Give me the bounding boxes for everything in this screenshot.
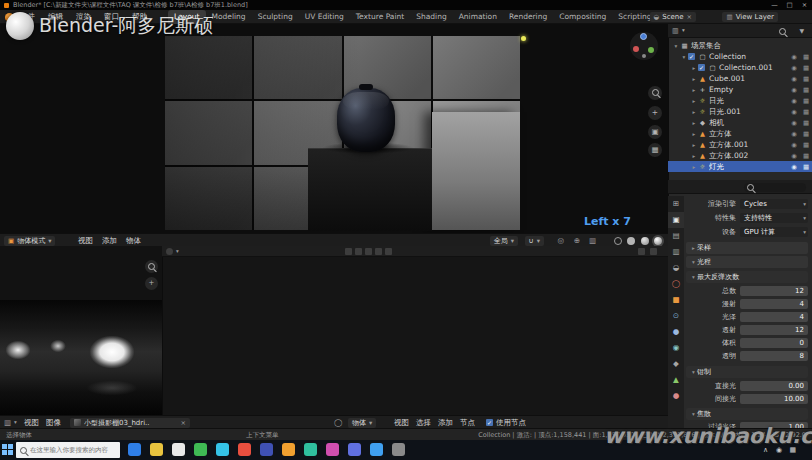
camera-toggle-icon[interactable]: ▦ (800, 53, 812, 61)
snap-magnet-icon[interactable]: ∪ ▾ (525, 236, 544, 246)
taskbar-app-icon[interactable] (304, 443, 317, 456)
pan-hand-icon[interactable]: + (648, 106, 662, 120)
disclosure-icon[interactable]: ▸ (690, 65, 698, 71)
disclosure-icon[interactable]: ▸ (690, 153, 698, 159)
transform-orientation-dropdown[interactable]: 全局 ▾ (490, 236, 518, 246)
camera-toggle-icon[interactable]: ▦ (800, 152, 812, 160)
tab-texture-paint[interactable]: Texture Paint (350, 10, 410, 24)
speaker-object[interactable] (337, 88, 395, 152)
taskbar-app-icon[interactable] (216, 443, 229, 456)
taskbar-app-icon[interactable] (392, 443, 405, 456)
tab-sculpting[interactable]: Sculpting (252, 10, 299, 24)
render-engine-dropdown[interactable]: Cycles▾ (740, 199, 808, 209)
glossy-bounces-field[interactable]: 4 (740, 312, 808, 322)
taskbar-app-icon[interactable] (260, 443, 273, 456)
taskbar-app-icon[interactable] (326, 443, 339, 456)
gizmo-y-axis-dot[interactable] (648, 47, 654, 53)
eye-icon[interactable]: ◉ (788, 163, 800, 171)
eye-icon[interactable]: ◉ (788, 86, 800, 94)
gizmo-x-axis-dot[interactable] (633, 46, 639, 52)
tab-scene-icon[interactable]: ◒ (668, 260, 684, 276)
disclosure-icon[interactable]: ▾ (690, 256, 697, 268)
header-icon[interactable] (345, 248, 352, 255)
device-dropdown[interactable]: GPU 计算▾ (740, 227, 808, 237)
checkbox-checked-icon[interactable]: ✓ (486, 419, 493, 426)
collection-checkbox[interactable]: ✓ (698, 64, 705, 71)
ortho-toggle-icon[interactable]: ▦ (648, 143, 662, 157)
mode-selector[interactable]: ▣ 物体模式 ▾ (4, 236, 55, 246)
tab-output-icon[interactable]: ▤ (668, 228, 684, 244)
tab-view-layer-icon[interactable]: ▥ (668, 244, 684, 260)
tab-shading[interactable]: Shading (410, 10, 452, 24)
camera-toggle-icon[interactable]: ▦ (800, 86, 812, 94)
tab-tool-icon[interactable]: ⊞ (668, 196, 684, 212)
section-sampling[interactable]: ▸采样 (686, 242, 808, 254)
outliner-item-label[interactable]: 日光.001 (709, 107, 788, 117)
header-icon[interactable] (375, 248, 382, 255)
tab-animation[interactable]: Animation (453, 10, 503, 24)
outliner-item-label[interactable]: 立方体.002 (709, 151, 788, 161)
outliner-row[interactable]: ▸ ▲ Cube.001 ◉▦ (668, 73, 812, 84)
section-light-paths[interactable]: ▾光程 (686, 256, 808, 268)
eye-icon[interactable]: ◉ (788, 75, 800, 83)
outliner-row[interactable]: ▸ ☼ 日光.001 ◉▦ (668, 106, 812, 117)
disclosure-icon[interactable]: ▸ (690, 120, 698, 126)
tab-object-icon[interactable]: ■ (668, 292, 684, 308)
header-icon[interactable] (650, 248, 657, 255)
shader-node-editor[interactable] (162, 257, 668, 415)
shading-solid-icon[interactable] (627, 237, 635, 245)
eye-icon[interactable]: ◉ (788, 53, 800, 61)
eye-icon[interactable]: ◉ (788, 152, 800, 160)
outliner-item-label[interactable]: Empty (709, 85, 788, 94)
disclosure-icon[interactable]: ▾ (690, 271, 697, 283)
section-caustics[interactable]: ▾焦散 (686, 408, 808, 420)
taskbar-app-icon[interactable] (282, 443, 295, 456)
disclosure-icon[interactable]: ▸ (690, 142, 698, 148)
zoom-icon[interactable] (648, 86, 662, 100)
outliner-row[interactable]: ▾ ▦ 场景集合 (668, 40, 812, 51)
disclosure-icon[interactable]: ▾ (672, 43, 680, 49)
tab-world-icon[interactable]: ◯ (668, 276, 684, 292)
editor-type-icon[interactable] (166, 248, 173, 255)
clamp-direct-field[interactable]: 0.00 (740, 381, 808, 391)
clamp-indirect-field[interactable]: 10.00 (740, 394, 808, 404)
outliner-row[interactable]: ▸ ☼ 日光 ◉▦ (668, 95, 812, 106)
tab-particles-icon[interactable]: ● (668, 324, 684, 340)
outliner-item-label[interactable]: 场景集合 (691, 41, 812, 51)
disclosure-icon[interactable]: ▸ (690, 109, 698, 115)
outliner-row[interactable]: ▾ ✓ ▢ Collection ◉▦ (668, 51, 812, 62)
outliner-row[interactable]: ▸ ▲ 立方体.001 ◉▦ (668, 139, 812, 150)
eye-icon[interactable]: ◉ (788, 64, 800, 72)
filter-icon[interactable]: ▼ (799, 27, 804, 34)
eye-icon[interactable]: ◉ (788, 130, 800, 138)
outliner-row[interactable]: ▸ ◆ 相机 ◉▦ (668, 117, 812, 128)
total-bounces-field[interactable]: 12 (740, 286, 808, 296)
outliner-row[interactable]: ▸ ✓ ▢ Collection.001 ◉▦ (668, 62, 812, 73)
camera-toggle-icon[interactable]: ▦ (800, 130, 812, 138)
outliner-item-label[interactable]: 日光 (709, 96, 788, 106)
disclosure-icon[interactable]: ▾ (690, 366, 697, 378)
outliner-row[interactable]: ▸ ▲ 立方体 ◉▦ (668, 128, 812, 139)
camera-toggle-icon[interactable]: ▦ (800, 97, 812, 105)
taskbar-search-input[interactable] (16, 442, 120, 458)
camera-toggle-icon[interactable]: ▦ (800, 141, 812, 149)
eye-icon[interactable]: ◉ (788, 97, 800, 105)
disclosure-icon[interactable]: ▸ (690, 87, 698, 93)
outliner-item-label[interactable]: 灯光 (709, 162, 788, 172)
taskbar-app-icon[interactable] (370, 443, 383, 456)
outliner-item-label[interactable]: 立方体 (709, 129, 788, 139)
outliner-item-label[interactable]: Cube.001 (709, 74, 788, 83)
tab-material-icon[interactable]: ● (668, 388, 684, 404)
pan-hand-icon[interactable]: + (145, 277, 158, 290)
shading-wireframe-icon[interactable] (614, 237, 622, 245)
scene-unlink-icon[interactable]: × (687, 13, 692, 21)
view-layer-selector[interactable]: ▥ View Layer (722, 12, 778, 22)
section-max-bounces[interactable]: ▾最大反弹次数 (686, 271, 808, 283)
tab-rendering[interactable]: Rendering (503, 10, 553, 24)
shader-object-selector[interactable]: 物体 ▾ (348, 418, 376, 428)
eye-icon[interactable]: ◉ (788, 108, 800, 116)
camera-toggle-icon[interactable]: ▦ (800, 119, 812, 127)
tab-data-icon[interactable]: ▲ (668, 372, 684, 388)
scene-selector[interactable]: ◒ Scene × (650, 12, 696, 22)
image-datablock-selector[interactable]: 小型摄影棚03_hdri.. × (70, 418, 190, 428)
